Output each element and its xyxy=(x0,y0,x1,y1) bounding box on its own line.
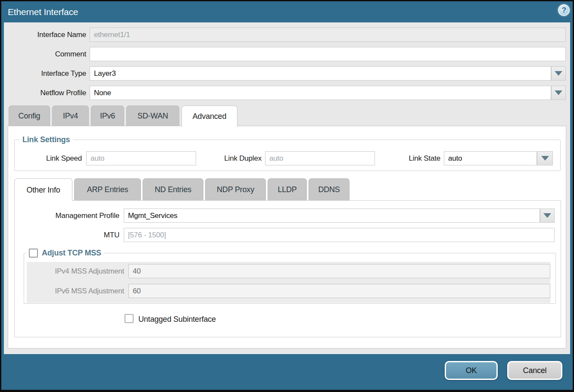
subtab-ddns[interactable]: DDNS xyxy=(309,178,349,201)
link-settings-legend-text: Link Settings xyxy=(22,135,70,144)
ipv6-mss-field xyxy=(128,284,550,298)
adjust-tcp-mss-legend: Adjust TCP MSS xyxy=(26,248,104,258)
comment-field[interactable] xyxy=(90,47,566,61)
chevron-down-icon xyxy=(541,156,549,161)
ipv6-mss-label: IPv6 MSS Adjustment xyxy=(34,284,124,298)
subtab-nd-entries[interactable]: ND Entries xyxy=(143,178,203,201)
link-duplex-label: Link Duplex xyxy=(203,151,262,165)
tab-ipv6[interactable]: IPv6 xyxy=(91,106,124,126)
comment-label: Comment xyxy=(17,47,86,61)
subtab-lldp[interactable]: LLDP xyxy=(268,178,307,201)
ipv4-mss-label: IPv4 MSS Adjustment xyxy=(34,264,124,278)
subtab-other-info[interactable]: Other Info xyxy=(14,178,72,201)
management-profile-field[interactable] xyxy=(124,208,540,223)
tab-advanced[interactable]: Advanced xyxy=(181,106,237,127)
ipv4-mss-field xyxy=(128,264,550,278)
mtu-label: MTU xyxy=(42,228,119,242)
link-speed-label: Link Speed xyxy=(26,151,82,165)
link-state-dropdown-button[interactable] xyxy=(537,151,553,165)
management-profile-label: Management Profile xyxy=(42,208,119,223)
link-settings-legend: Link Settings xyxy=(19,135,73,144)
subtab-arp-entries[interactable]: ARP Entries xyxy=(74,178,141,201)
interface-type-label: Interface Type xyxy=(17,66,86,81)
dialog-title: Ethernet Interface xyxy=(8,7,78,17)
interface-type-dropdown-button[interactable] xyxy=(551,66,566,81)
netflow-profile-label: Netflow Profile xyxy=(17,86,86,100)
interface-name-label: Interface Name xyxy=(17,28,86,42)
management-profile-dropdown-button[interactable] xyxy=(540,208,555,223)
adjust-tcp-mss-checkbox[interactable] xyxy=(29,249,38,258)
netflow-profile-field[interactable] xyxy=(90,86,551,100)
untagged-subinterface-checkbox[interactable] xyxy=(125,314,134,323)
untagged-subinterface-label: Untagged Subinterface xyxy=(138,312,268,327)
ethernet-interface-dialog: Ethernet Interface ? Interface Name Comm… xyxy=(0,0,574,392)
help-icon[interactable]: ? xyxy=(558,4,570,16)
link-duplex-field[interactable] xyxy=(265,151,375,165)
tab-config[interactable]: Config xyxy=(9,106,50,126)
chevron-down-icon xyxy=(555,90,562,95)
adjust-tcp-mss-legend-text: Adjust TCP MSS xyxy=(42,249,101,258)
tab-ipv4[interactable]: IPv4 xyxy=(52,106,89,126)
chevron-down-icon xyxy=(543,213,551,218)
link-state-field[interactable] xyxy=(444,151,537,165)
question-mark-glyph: ? xyxy=(562,6,566,15)
tab-sdwan[interactable]: SD-WAN xyxy=(126,106,179,126)
chevron-down-icon xyxy=(555,71,562,76)
cancel-button[interactable]: Cancel xyxy=(507,361,562,380)
subtab-ndp-proxy[interactable]: NDP Proxy xyxy=(205,178,266,201)
ok-button[interactable]: OK xyxy=(445,361,498,380)
link-state-label: Link State xyxy=(388,151,440,165)
interface-type-field[interactable] xyxy=(90,66,551,81)
mtu-field[interactable] xyxy=(124,228,555,242)
title-bar: Ethernet Interface xyxy=(1,1,573,22)
link-speed-field[interactable] xyxy=(86,151,196,165)
netflow-profile-dropdown-button[interactable] xyxy=(551,86,566,100)
interface-name-field xyxy=(90,28,566,42)
